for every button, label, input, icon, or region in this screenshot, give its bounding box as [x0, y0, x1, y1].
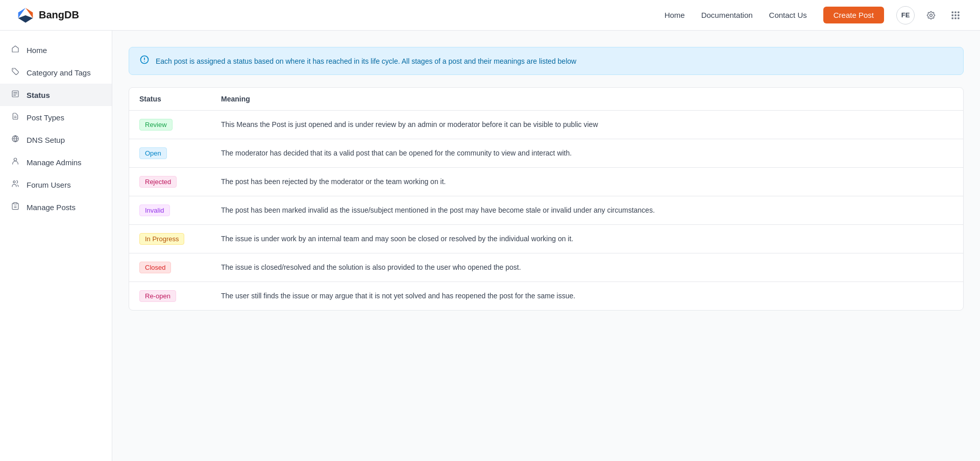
- table-row: Closed The issue is closed/resolved and …: [129, 253, 963, 282]
- meaning-text: The post has been rejected by the modera…: [221, 176, 953, 187]
- svg-rect-11: [958, 17, 959, 19]
- status-table: Status Meaning Review This Means the Pos…: [129, 87, 964, 311]
- svg-marker-2: [18, 15, 33, 22]
- info-banner: Each post is assigned a status based on …: [129, 47, 964, 75]
- home-icon: [10, 45, 20, 55]
- svg-point-15: [13, 181, 15, 183]
- table-row: Rejected The post has been rejected by t…: [129, 168, 963, 196]
- status-badge: Rejected: [139, 176, 177, 188]
- settings-icon[interactable]: [923, 7, 939, 23]
- status-badge-col: Open: [139, 147, 221, 159]
- sidebar-item-post-types[interactable]: Post Types: [0, 106, 112, 129]
- main-content: Each post is assigned a status based on …: [112, 31, 980, 461]
- sidebar-item-home[interactable]: Home: [0, 39, 112, 61]
- sidebar-item-manage-admins[interactable]: Manage Admins: [0, 151, 112, 173]
- sidebar-item-label: Manage Admins: [27, 158, 82, 167]
- sidebar-item-status[interactable]: Status: [0, 84, 112, 106]
- user-avatar[interactable]: FE: [896, 6, 915, 24]
- header-nav: Home Documentation Contact Us Create Pos…: [665, 7, 884, 23]
- sidebar-item-label: Status: [27, 91, 50, 99]
- post-types-icon: [10, 112, 20, 122]
- sidebar-item-dns-setup[interactable]: DNS Setup: [0, 129, 112, 151]
- nav-documentation[interactable]: Documentation: [701, 11, 753, 19]
- status-badge-col: In Progress: [139, 233, 221, 245]
- svg-rect-5: [958, 11, 959, 13]
- svg-rect-16: [14, 202, 17, 204]
- info-icon: [139, 55, 150, 67]
- col-status-header: Status: [139, 95, 221, 103]
- meaning-text: The post has been marked invalid as the …: [221, 204, 953, 216]
- status-badge: Open: [139, 147, 167, 159]
- tag-icon: [10, 67, 20, 78]
- table-body: Review This Means the Post is just opene…: [129, 111, 963, 310]
- logo-text: BangDB: [39, 9, 79, 21]
- status-badge: In Progress: [139, 233, 184, 245]
- meaning-text: This Means the Post is just opened and i…: [221, 119, 953, 130]
- meaning-text: The moderator has decided that its a val…: [221, 147, 953, 159]
- svg-rect-6: [952, 14, 953, 16]
- table-row: Open The moderator has decided that its …: [129, 139, 963, 168]
- svg-rect-9: [952, 17, 953, 19]
- manage-admins-icon: [10, 157, 20, 167]
- col-meaning-header: Meaning: [221, 95, 953, 103]
- layout: Home Category and Tags Status: [0, 31, 980, 461]
- logo-icon: [16, 6, 35, 24]
- sidebar-item-forum-users[interactable]: Forum Users: [0, 173, 112, 196]
- header-actions: FE: [896, 6, 964, 24]
- status-icon: [10, 90, 20, 100]
- sidebar: Home Category and Tags Status: [0, 31, 112, 461]
- sidebar-item-label: Post Types: [27, 113, 64, 122]
- nav-contact[interactable]: Contact Us: [769, 11, 807, 19]
- table-row: Re-open The user still finds the issue o…: [129, 282, 963, 310]
- table-row: Invalid The post has been marked invalid…: [129, 196, 963, 225]
- grid-icon[interactable]: [947, 7, 964, 23]
- table-row: Review This Means the Post is just opene…: [129, 111, 963, 139]
- sidebar-item-category-tags[interactable]: Category and Tags: [0, 61, 112, 84]
- svg-rect-10: [954, 17, 956, 19]
- dns-icon: [10, 135, 20, 145]
- status-badge-col: Closed: [139, 262, 221, 273]
- sidebar-item-label: Home: [27, 46, 47, 55]
- svg-rect-3: [952, 11, 953, 13]
- meaning-text: The issue is closed/resolved and the sol…: [221, 262, 953, 273]
- logo[interactable]: BangDB: [16, 6, 79, 24]
- manage-posts-icon: [10, 202, 20, 212]
- svg-point-14: [14, 158, 16, 161]
- sidebar-item-label: DNS Setup: [27, 136, 65, 144]
- svg-rect-8: [958, 14, 959, 16]
- create-post-button[interactable]: Create Post: [823, 7, 884, 23]
- table-row: In Progress The issue is under work by a…: [129, 225, 963, 253]
- header: BangDB Home Documentation Contact Us Cre…: [0, 0, 980, 31]
- forum-users-icon: [10, 180, 20, 190]
- status-badge: Re-open: [139, 290, 176, 302]
- status-badge-col: Invalid: [139, 204, 221, 216]
- meaning-text: The user still finds the issue or may ar…: [221, 290, 953, 301]
- svg-rect-4: [954, 11, 956, 13]
- sidebar-item-manage-posts[interactable]: Manage Posts: [0, 196, 112, 218]
- nav-home[interactable]: Home: [665, 11, 685, 19]
- status-badge: Invalid: [139, 204, 170, 216]
- status-badge: Closed: [139, 262, 171, 273]
- status-badge-col: Review: [139, 119, 221, 131]
- status-badge-col: Rejected: [139, 176, 221, 188]
- info-banner-text: Each post is assigned a status based on …: [156, 57, 576, 65]
- status-badge-col: Re-open: [139, 290, 221, 302]
- sidebar-item-label: Forum Users: [27, 181, 71, 189]
- meaning-text: The issue is under work by an internal t…: [221, 233, 953, 244]
- sidebar-item-label: Manage Posts: [27, 203, 76, 212]
- status-badge: Review: [139, 119, 173, 131]
- svg-rect-7: [954, 14, 956, 16]
- table-header: Status Meaning: [129, 88, 963, 111]
- sidebar-item-label: Category and Tags: [27, 68, 91, 77]
